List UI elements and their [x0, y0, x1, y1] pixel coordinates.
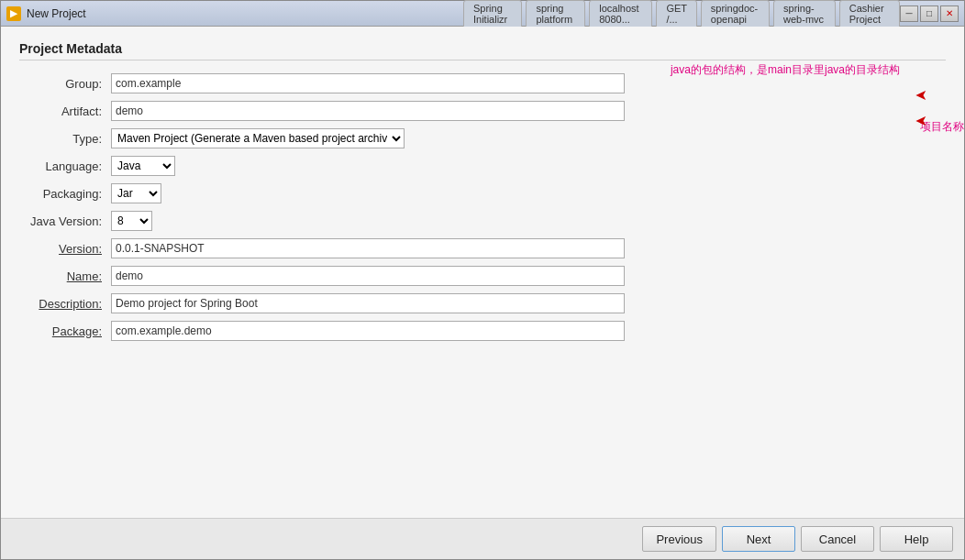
language-select[interactable]: Java — [111, 156, 175, 176]
packaging-label: Packaging: — [19, 187, 111, 201]
tab-bar: Spring Initializr spring platform localh… — [463, 0, 900, 27]
cancel-button[interactable]: Cancel — [801, 526, 874, 552]
description-row: Description: — [19, 293, 946, 313]
tab-2[interactable]: spring platform — [526, 0, 585, 27]
version-row: Version: — [19, 238, 946, 258]
artifact-label: Artifact: — [19, 104, 111, 118]
close-button[interactable]: ✕ — [940, 5, 959, 22]
description-label: Description: — [19, 297, 111, 311]
java-version-label: Java Version: — [19, 214, 111, 228]
window-controls: ─ □ ✕ — [900, 5, 959, 22]
window-icon: ▶ — [6, 6, 21, 21]
name-label: Name: — [19, 269, 111, 283]
java-version-row: Java Version: 8 — [19, 211, 946, 231]
package-input[interactable] — [111, 321, 625, 341]
dialog-content: Project Metadata Group: Artifact: Type: … — [1, 27, 964, 518]
minimize-button[interactable]: ─ — [900, 5, 918, 22]
main-window: ▶ New Project Spring Initializr spring p… — [0, 0, 965, 560]
type-row: Type: Maven Project (Generate a Maven ba… — [19, 128, 946, 148]
version-label: Version: — [19, 242, 111, 256]
description-input[interactable] — [111, 293, 625, 313]
form-area: Group: Artifact: Type: Maven Project (Ge… — [19, 73, 946, 503]
artifact-input[interactable] — [111, 101, 625, 121]
tab-3[interactable]: localhost 8080... — [589, 0, 652, 27]
language-row: Language: Java — [19, 156, 946, 176]
title-bar: ▶ New Project Spring Initializr spring p… — [1, 1, 964, 27]
section-title: Project Metadata — [19, 41, 946, 60]
maximize-button[interactable]: □ — [920, 5, 938, 22]
package-row: Package: — [19, 321, 946, 341]
packaging-row: Packaging: Jar — [19, 183, 946, 203]
next-button[interactable]: Next — [722, 526, 795, 552]
previous-button[interactable]: Previous — [642, 526, 716, 552]
group-label: Group: — [19, 77, 111, 91]
type-select[interactable]: Maven Project (Generate a Maven based pr… — [111, 128, 405, 148]
version-input[interactable] — [111, 238, 625, 258]
tab-4[interactable]: GET /... — [656, 0, 696, 27]
language-label: Language: — [19, 159, 111, 173]
tab-7[interactable]: Cashier Project — [839, 0, 900, 27]
help-button[interactable]: Help — [880, 526, 953, 552]
group-row: Group: — [19, 73, 946, 93]
tab-6[interactable]: spring-web-mvc — [773, 0, 836, 27]
button-bar: Previous Next Cancel Help — [1, 518, 964, 559]
tab-1[interactable]: Spring Initializr — [463, 0, 522, 27]
package-label: Package: — [19, 324, 111, 338]
tab-5[interactable]: springdoc-openapi — [701, 0, 770, 27]
name-input[interactable] — [111, 266, 625, 286]
java-version-select[interactable]: 8 — [111, 211, 152, 231]
packaging-select[interactable]: Jar — [111, 183, 161, 203]
type-label: Type: — [19, 132, 111, 146]
artifact-row: Artifact: — [19, 101, 946, 121]
group-input[interactable] — [111, 73, 625, 93]
window-title: New Project — [27, 7, 463, 20]
name-row: Name: — [19, 266, 946, 286]
